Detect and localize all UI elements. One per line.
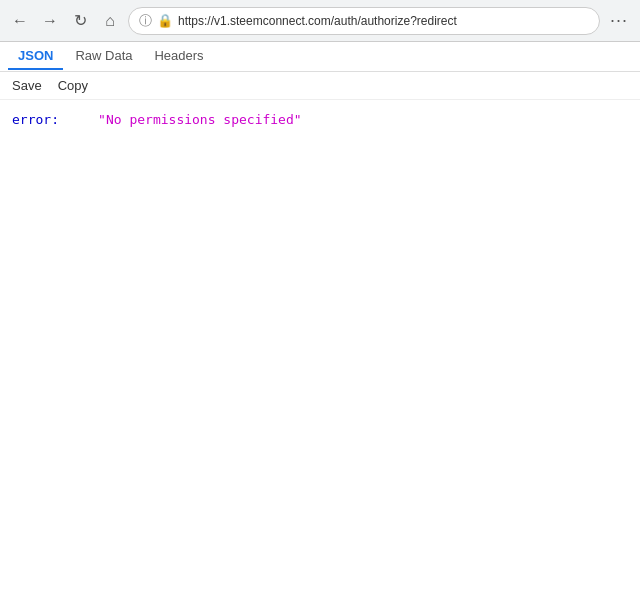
json-error-key: error:: [12, 112, 59, 127]
toolbar: Save Copy: [0, 72, 640, 100]
tab-headers[interactable]: Headers: [144, 43, 213, 70]
tab-bar: JSON Raw Data Headers: [0, 42, 640, 72]
url-text: https://v1.steemconnect.com/auth/authori…: [178, 14, 457, 28]
address-bar[interactable]: ⓘ 🔒 https://v1.steemconnect.com/auth/aut…: [128, 7, 600, 35]
home-button[interactable]: ⌂: [98, 9, 122, 33]
reload-button[interactable]: ↻: [68, 9, 92, 33]
back-button[interactable]: ←: [8, 9, 32, 33]
json-error-value: "No permissions specified": [98, 112, 302, 127]
tab-json[interactable]: JSON: [8, 43, 63, 70]
lock-icon: 🔒: [157, 13, 173, 28]
copy-button[interactable]: Copy: [54, 76, 92, 95]
tab-rawdata[interactable]: Raw Data: [65, 43, 142, 70]
menu-button[interactable]: ···: [606, 10, 632, 31]
json-content: error: "No permissions specified": [0, 100, 640, 140]
info-icon: ⓘ: [139, 12, 152, 30]
forward-button[interactable]: →: [38, 9, 62, 33]
browser-chrome: ← → ↻ ⌂ ⓘ 🔒 https://v1.steemconnect.com/…: [0, 0, 640, 42]
save-button[interactable]: Save: [8, 76, 46, 95]
